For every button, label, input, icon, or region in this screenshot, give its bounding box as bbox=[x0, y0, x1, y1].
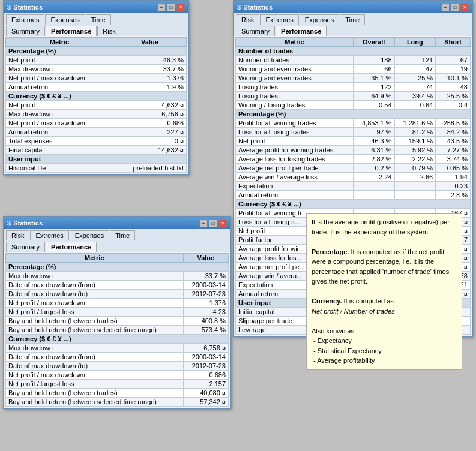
cell-short: 1.94 bbox=[436, 173, 471, 182]
cell-metric: Total expenses bbox=[6, 137, 113, 146]
col-long-2: Long bbox=[394, 38, 436, 47]
stats-table-3: Metric Value Percentage (%)Max drawdown3… bbox=[5, 253, 229, 407]
tab-row1-win1: Extremes Expenses Time bbox=[4, 13, 188, 25]
table-row: Date of max drawdown (from)2000-03-14 bbox=[6, 353, 229, 362]
table-row: Average net profit per trade0.2 %0.79 %-… bbox=[236, 164, 471, 173]
table-row: Losing trades64.9 %39.4 %25.5 % bbox=[236, 92, 471, 101]
cell-metric: Average profit for winning trades bbox=[236, 146, 354, 155]
section-header: Currency ($ € £ ¥ ...) bbox=[6, 92, 187, 101]
minimize-btn-1[interactable]: − bbox=[157, 4, 166, 11]
cell-long: 1,281.6 % bbox=[394, 119, 436, 128]
tab-summary-3[interactable]: Summary bbox=[6, 242, 45, 252]
table-row: Date of max drawdown (to)2012-07-23 bbox=[6, 362, 229, 371]
cell-value: 57,342 ¤ bbox=[183, 398, 228, 407]
tab-expenses-1[interactable]: Expenses bbox=[45, 14, 85, 25]
table-row: Buy and hold return (between trades)40,0… bbox=[6, 389, 229, 398]
table-row: Max drawdown6,756 ¤ bbox=[6, 110, 187, 119]
tab-row1-win3: Risk Extremes Expenses Time bbox=[4, 229, 230, 240]
cell-metric: Net profit / max drawdown bbox=[6, 74, 113, 83]
cell-long: 0.64 bbox=[394, 101, 436, 110]
cell-metric: Net profit / max drawdown bbox=[6, 119, 113, 128]
tab-extremes-2[interactable]: Extremes bbox=[260, 14, 298, 25]
cell-metric: Max drawdown bbox=[6, 65, 113, 74]
cell-metric: Max drawdown bbox=[6, 272, 184, 281]
cell-long: 121 bbox=[394, 56, 436, 65]
dollar-icon-1: $ bbox=[7, 4, 11, 11]
cell-long: -81.2 % bbox=[394, 128, 436, 137]
cell-value: 6,756 ¤ bbox=[113, 110, 186, 119]
tab-extremes-1[interactable]: Extremes bbox=[6, 14, 44, 25]
minimize-btn-3[interactable]: − bbox=[199, 220, 208, 227]
cell-overall: 122 bbox=[353, 83, 394, 92]
tab-performance-1[interactable]: Performance bbox=[46, 26, 97, 36]
cell-metric: Expectation bbox=[236, 182, 354, 191]
tab-risk-2[interactable]: Risk bbox=[236, 14, 259, 25]
table-row: Annual return227 ¤ bbox=[6, 128, 187, 137]
cell-long: 47 bbox=[394, 65, 436, 74]
table-row: Max drawdown33.7 % bbox=[6, 272, 229, 281]
table-row: Winning and even trades35.1 %25 %10.1 % bbox=[236, 74, 471, 83]
tab-risk-3[interactable]: Risk bbox=[6, 230, 29, 240]
cell-value: 573.4 % bbox=[183, 326, 228, 335]
section-header: Currency ($ € £ ¥ ...) bbox=[236, 200, 471, 209]
cell-metric: Losing trades bbox=[236, 83, 354, 92]
table-row: Winning / losing trades0.540.640.4 bbox=[236, 101, 471, 110]
cell-value: 2000-03-14 bbox=[183, 281, 228, 290]
table-row: Buy and hold return (between selected ti… bbox=[6, 326, 229, 335]
section-header: Number of trades bbox=[236, 47, 471, 56]
table-row: Net profit / largest loss2.157 bbox=[6, 380, 229, 389]
maximize-btn-3[interactable]: □ bbox=[209, 220, 217, 227]
tab-row2-win1: Summary Performance Risk bbox=[4, 25, 188, 36]
cell-value: 4,632 ¤ bbox=[113, 101, 186, 110]
cell-metric: Annual return bbox=[6, 128, 113, 137]
col-value-1: Value bbox=[113, 38, 186, 47]
maximize-btn-1[interactable]: □ bbox=[167, 4, 175, 11]
table-row: Losing trades1227448 bbox=[236, 83, 471, 92]
title-1: Statistics bbox=[13, 4, 43, 11]
cell-overall: 0.54 bbox=[353, 101, 394, 110]
cell-value: 1.9 % bbox=[113, 83, 186, 92]
close-btn-3[interactable]: ✕ bbox=[218, 220, 227, 227]
table-row: Average win / average loss2.242.661.94 bbox=[236, 173, 471, 182]
cell-short: -0.23 bbox=[436, 182, 471, 191]
maximize-btn-2[interactable]: □ bbox=[451, 4, 459, 11]
cell-long: 25 % bbox=[394, 74, 436, 83]
title-2: Statistics bbox=[243, 4, 273, 11]
cell-metric: Buy and hold return (between selected ti… bbox=[6, 326, 184, 335]
tab-time-2[interactable]: Time bbox=[340, 14, 365, 25]
tab-summary-2[interactable]: Summary bbox=[236, 26, 275, 36]
col-short-2: Short bbox=[436, 38, 471, 47]
title-bar-1: $ Statistics − □ ✕ bbox=[4, 1, 188, 13]
tab-extremes-3[interactable]: Extremes bbox=[30, 230, 68, 240]
cell-overall: 6.31 % bbox=[353, 146, 394, 155]
minimize-btn-2[interactable]: − bbox=[441, 4, 450, 11]
cell-metric: Average net profit per trade bbox=[236, 164, 354, 173]
table-row: Profit for all winning trades4,853.1 %1,… bbox=[236, 119, 471, 128]
table-row: Annual return1.9 % bbox=[6, 83, 187, 92]
dollar-icon-2: $ bbox=[237, 4, 241, 11]
tab-expenses-3[interactable]: Expenses bbox=[70, 230, 109, 240]
tab-risk-1[interactable]: Risk bbox=[97, 26, 121, 36]
tab-row2-win3: Summary Performance bbox=[4, 240, 230, 252]
cell-value: 46.3 % bbox=[113, 56, 186, 65]
tab-time-3[interactable]: Time bbox=[110, 230, 135, 240]
table-row: Net profit / max drawdown1.376 bbox=[6, 299, 229, 308]
cell-short: -43.5 % bbox=[436, 137, 471, 146]
tooltip-p1: It is the average profit (positive or ne… bbox=[312, 217, 457, 237]
col-metric-1: Metric bbox=[6, 38, 113, 47]
cell-overall: 66 bbox=[353, 65, 394, 74]
table-row: Date of max drawdown (to)2012-07-23 bbox=[6, 290, 229, 299]
table-row: Expectation-0.23 bbox=[236, 182, 471, 191]
cell-metric: Buy and hold return (between trades) bbox=[6, 317, 184, 326]
cell-value: 2.157 bbox=[183, 380, 228, 389]
table-row: Net profit / max drawdown0.686 bbox=[6, 119, 187, 128]
tab-time-1[interactable]: Time bbox=[86, 14, 111, 25]
tab-performance-2[interactable]: Performance bbox=[276, 26, 327, 36]
tab-performance-3[interactable]: Performance bbox=[46, 242, 97, 252]
tab-expenses-2[interactable]: Expenses bbox=[300, 14, 339, 25]
tab-summary-1[interactable]: Summary bbox=[6, 26, 45, 36]
cell-metric: Historical file bbox=[6, 164, 113, 173]
close-btn-1[interactable]: ✕ bbox=[176, 4, 185, 11]
close-btn-2[interactable]: ✕ bbox=[460, 4, 469, 11]
table-row: Net profit / max drawdown0.686 bbox=[6, 371, 229, 380]
